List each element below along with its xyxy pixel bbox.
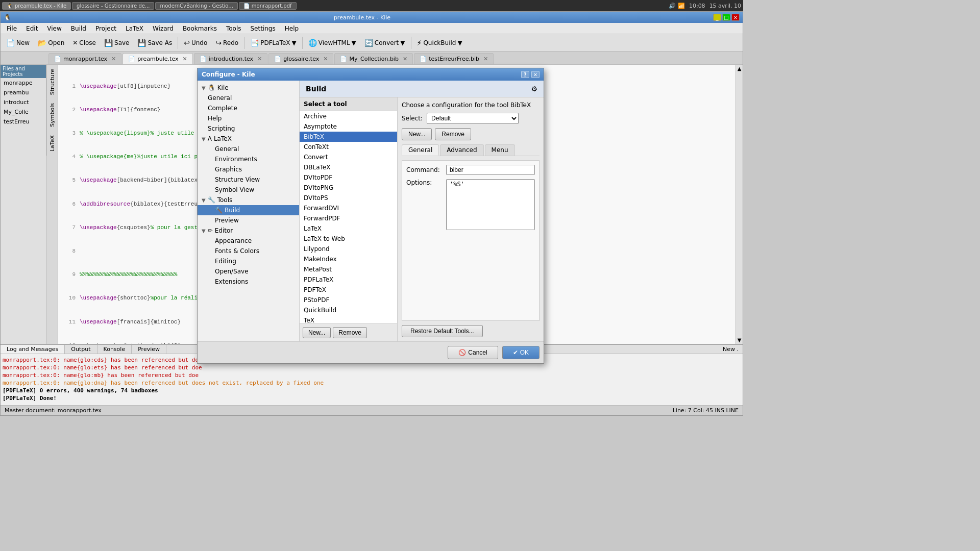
tool-bibtex[interactable]: BibTeX [300,132,397,142]
tree-symbol-view[interactable]: Symbol View [198,185,299,195]
tool-asymptote[interactable]: Asymptote [300,121,397,132]
restore-default-tools-button[interactable]: Restore Default Tools... [402,325,483,337]
scroll-up[interactable]: ▲ [737,65,743,72]
save-as-button[interactable]: 💾 Save As [134,36,176,50]
tree-appearance[interactable]: Appearance [198,236,299,246]
menu-settings[interactable]: Settings [247,24,280,33]
tree-latex[interactable]: ▼ Λ LaTeX [198,134,299,144]
command-input[interactable] [446,165,535,175]
tree-scripting[interactable]: Scripting [198,123,299,134]
convert-button[interactable]: 🔄 Convert ▼ [361,36,409,50]
tool-quickbuild[interactable]: QuickBuild [300,305,397,315]
gear-icon[interactable]: ⚙ [531,85,537,93]
tool-context[interactable]: ConTeXt [300,142,397,152]
tab-konsole[interactable]: Konsole [97,345,132,354]
pdflatex-arrow[interactable]: ▼ [292,39,297,46]
tool-makeindex[interactable]: MakeIndex [300,254,397,264]
tree-open-save[interactable]: Open/Save [198,266,299,277]
menu-help[interactable]: Help [281,24,303,33]
save-button[interactable]: 💾 Save [101,36,133,50]
side-item-introduction[interactable]: introduct [1,97,46,107]
vtab-latex[interactable]: LaTeX [46,131,58,156]
tool-pdflatex[interactable]: PDFLaTeX [300,274,397,285]
side-item-mycollection[interactable]: My_Colle [1,107,46,117]
tool-tex[interactable]: TeX [300,315,397,323]
right-scrollbar[interactable]: ▲ ▼ [736,65,743,344]
menu-wizard[interactable]: Wizard [149,24,178,33]
remove-tool-button[interactable]: Remove [333,327,367,338]
remove-config-button[interactable]: Remove [435,128,471,140]
tab-menu[interactable]: Menu [485,144,515,156]
tab-close-preambule[interactable]: ✕ [183,56,187,62]
tool-dvitopng[interactable]: DVItoPNG [300,183,397,193]
tab-glossaire[interactable]: 📄 glossaire.tex ✕ [268,53,333,64]
new-label[interactable]: New . [723,346,739,353]
tab-close-glossaire[interactable]: ✕ [323,56,328,62]
tree-environments[interactable]: Environments [198,154,299,164]
menu-file[interactable]: File [3,24,21,33]
tab-output[interactable]: Output [65,345,97,354]
tab-preview[interactable]: Preview [132,345,166,354]
tool-dblatex[interactable]: DBLaTeX [300,162,397,172]
tool-pstopdf[interactable]: PStoPDF [300,295,397,305]
tree-general-kile[interactable]: General [198,93,299,103]
ok-button[interactable]: ✔ OK [502,346,540,359]
menu-edit[interactable]: Edit [22,24,42,33]
taskbar-tab-kile[interactable]: 🐧 preambule.tex - Kile [2,2,71,10]
menu-project[interactable]: Project [91,24,120,33]
tree-general-latex[interactable]: General [198,144,299,154]
tree-tools[interactable]: ▼ 🔧 Tools [198,195,299,205]
vtab-symbols[interactable]: Symbols [46,99,58,131]
side-item-preambule[interactable]: preambu [1,88,46,97]
vtab-structure[interactable]: Structure [46,65,58,99]
undo-button[interactable]: ↩ Undo [180,36,211,50]
open-button[interactable]: 📂 Open [34,36,68,50]
tool-convert[interactable]: Convert [300,152,397,162]
tool-forwardpdf[interactable]: ForwardPDF [300,213,397,223]
pdflatex-button[interactable]: 📑 PDFLaTeX ▼ [247,36,300,50]
tool-dvitopdf[interactable]: DVItoPDF [300,172,397,183]
minimize-button[interactable]: _ [713,14,721,21]
close-button[interactable]: ✕ Close [69,36,100,50]
tab-close-monrapport[interactable]: ✕ [111,56,116,62]
tree-preview[interactable]: Preview [198,215,299,226]
tool-forwarddvi[interactable]: ForwardDVI [300,203,397,213]
tool-archive[interactable]: Archive [300,111,397,121]
tab-mycollection[interactable]: 📄 My_Collection.bib ✕ [334,53,413,64]
viewhtml-arrow[interactable]: ▼ [352,39,356,46]
tree-extensions[interactable]: Extensions [198,277,299,287]
new-button[interactable]: 📄 New [3,36,33,50]
menu-view[interactable]: View [43,24,65,33]
taskbar-tab-glossaire[interactable]: glossaire - Gestionnaire de... [72,2,154,10]
tab-monrapport[interactable]: 📄 monrapport.tex ✕ [48,53,121,64]
tab-introduction[interactable]: 📄 introduction.tex ✕ [194,53,268,64]
tab-close-introduction[interactable]: ✕ [257,56,262,62]
cancel-button[interactable]: 🚫 Cancel [448,346,498,359]
close-button[interactable]: ✕ [731,14,740,21]
tab-testerreurfree[interactable]: 📄 testErreurFree.bib ✕ [414,53,494,64]
side-item-monrapport[interactable]: monrappe [1,78,46,88]
dialog-close-button[interactable]: ✕ [531,71,540,78]
tool-metapost[interactable]: MetaPost [300,264,397,274]
tool-pdftex[interactable]: PDFTeX [300,285,397,295]
tab-general[interactable]: General [402,144,439,156]
taskbar-tab-pdf[interactable]: 📄 monrapport.pdf [239,2,297,10]
tool-latex[interactable]: LaTeX [300,223,397,234]
tool-dvitops[interactable]: DVItoPS [300,193,397,203]
tree-graphics[interactable]: Graphics [198,164,299,174]
tab-advanced[interactable]: Advanced [440,144,483,156]
taskbar-tab-modern[interactable]: modernCvBanking - Gestio... [155,2,237,10]
quickbuild-arrow[interactable]: ▼ [457,39,462,46]
dialog-help-button[interactable]: ? [521,71,529,78]
quickbuild-button[interactable]: ⚡ QuickBuild ▼ [413,36,466,50]
scroll-down[interactable]: ▼ [737,336,743,344]
config-select[interactable]: Default [427,113,519,124]
tree-complete[interactable]: Complete [198,103,299,113]
new-tool-button[interactable]: New... [303,327,331,338]
options-input[interactable]: '%S' [446,179,535,230]
side-item-testerreur[interactable]: testErreu [1,117,46,127]
maximize-button[interactable]: □ [722,14,730,21]
tree-build[interactable]: 🔨 Build [198,205,299,215]
menu-latex[interactable]: LaTeX [121,24,148,33]
redo-button[interactable]: ↪ Redo [212,36,242,50]
